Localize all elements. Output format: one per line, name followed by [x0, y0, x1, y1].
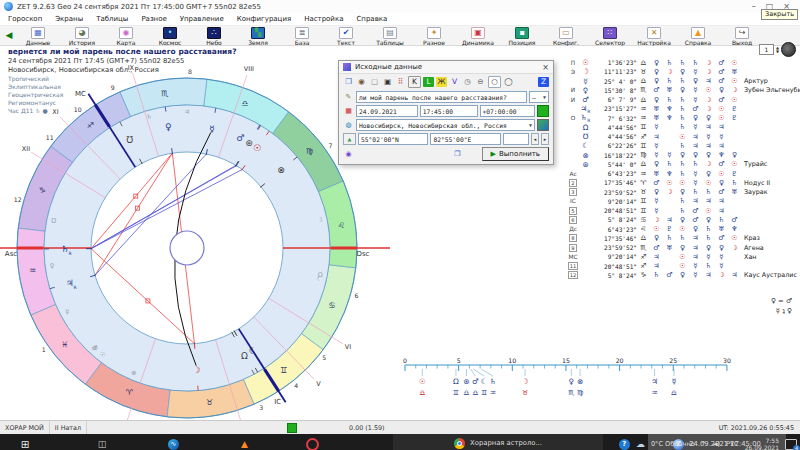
vlc-taskbar-icon[interactable]: ▲: [241, 434, 248, 450]
status-indicator: [287, 423, 297, 433]
toolbar-Данные[interactable]: ▦Данные: [16, 27, 60, 46]
next-button[interactable]: ▸: [541, 133, 549, 145]
menu-Конфигурация[interactable]: Конфигурация: [237, 15, 291, 23]
toolbar-Небо[interactable]: ∴Небо: [192, 27, 236, 46]
toolbar-Космос[interactable]: •Космос: [148, 27, 192, 46]
menu-Таблицы[interactable]: Таблицы: [96, 15, 128, 23]
edge-taskbar-icon[interactable]: ∿: [168, 434, 179, 450]
options-icon[interactable]: ◉: [343, 149, 354, 159]
menu-Гороскоп[interactable]: Гороскоп: [8, 15, 42, 23]
altitude-input[interactable]: [503, 133, 529, 145]
toolbar-База[interactable]: ≣База: [280, 27, 324, 46]
chart-tab-horar[interactable]: ХОРАР МОЙ: [0, 421, 50, 434]
title-bar: ZET 9.2.63 Geo 24 сентября 2021 Пт 17:45…: [0, 0, 800, 13]
chart-datetime: 24 сентября 2021 Пт 17:45 (GMT+7) 55n02 …: [8, 57, 237, 65]
place-combo[interactable]: Новосибирск, Новосибирская обл., Россия▼: [356, 119, 535, 131]
dialog-close-button[interactable]: ×: [542, 63, 549, 72]
longitude-input[interactable]: 82°55'00"E: [430, 133, 500, 145]
dialog-tool-12[interactable]: ◯: [503, 77, 514, 87]
knob-icon[interactable]: [781, 42, 796, 57]
weather-text[interactable]: 0°C Облачно: [651, 440, 695, 448]
toolbar-Динамика[interactable]: ▣Динамика: [456, 27, 500, 46]
toolbar-История[interactable]: ◕История: [60, 27, 104, 46]
minimize-button[interactable]: –: [752, 2, 756, 11]
help-tray-icon[interactable]: ?: [619, 439, 630, 450]
menu-Управление[interactable]: Управление: [180, 15, 224, 23]
edit-question-icon[interactable]: ✎: [343, 92, 354, 102]
not ification-icon[interactable]: 4: [785, 439, 797, 450]
latitude-input[interactable]: 55°02'00"N: [358, 133, 428, 145]
table-row: ♃R23°15'27"♒♅♆♄♂☽☉♇: [566, 104, 800, 113]
menu-Разное[interactable]: Разное: [141, 15, 166, 23]
weather-cloud-icon[interactable]: ☁: [636, 439, 645, 449]
chart-tab-natal[interactable]: II Натал: [50, 421, 87, 434]
Справка-icon: ▲: [691, 27, 705, 39]
dialog-tool-1[interactable]: ◉: [356, 77, 367, 87]
language-indicator[interactable]: РУС: [726, 440, 739, 448]
copy-icon[interactable]: ❐: [452, 149, 463, 159]
menu-Справка[interactable]: Справка: [356, 15, 387, 23]
toolbar-Таблицы[interactable]: ▤Таблицы: [368, 27, 412, 46]
toolbar-Селектор[interactable]: ∷Селектор: [588, 27, 632, 46]
table-row: ℧4°44'56"♐♃☉♃☿☿: [566, 132, 800, 141]
question-input[interactable]: ли мой парень после нашего расставания?: [356, 91, 527, 103]
svg-text:♃: ♃: [651, 377, 658, 386]
toolbar-Настройка[interactable]: ✕Настройка: [632, 27, 676, 46]
execute-button[interactable]: ▶ Выполнить: [482, 147, 549, 161]
spinner-arrows[interactable]: ▲▼: [776, 46, 779, 54]
calendar-icon[interactable]: ▦: [343, 106, 354, 116]
dialog-tool-2[interactable]: ▢: [369, 77, 380, 87]
toolbar-Земля[interactable]: ▚Земля: [236, 27, 280, 46]
dialog-tool-13[interactable]: Z: [538, 77, 549, 87]
globe-icon[interactable]: ◍: [343, 120, 354, 130]
svg-text:♀: ♀: [165, 122, 172, 132]
menu-Экраны[interactable]: Экраны: [55, 15, 83, 23]
atlas-button[interactable]: [537, 119, 549, 131]
coords-icon[interactable]: ▲: [343, 133, 356, 145]
menu-Настройка[interactable]: Настройка: [304, 15, 343, 23]
dialog-tool-6[interactable]: L: [423, 77, 434, 87]
svg-text:☽: ☽: [522, 377, 529, 386]
table-row: 1120°48'51"♐♃☉☿♄☿: [566, 262, 800, 271]
fixed-star-name: Агена: [744, 244, 764, 252]
fixed-star-name: Нодус II: [744, 179, 770, 187]
toolbar-Конфиг.[interactable]: ▭Конфиг.: [544, 27, 588, 46]
dialog-tool-7[interactable]: Ж: [436, 77, 447, 87]
dialog-tool-0[interactable]: ❐: [343, 77, 354, 87]
opera-taskbar-icon[interactable]: [306, 434, 319, 450]
clock[interactable]: 7:55 26.09.2021: [745, 437, 779, 450]
dialog-tool-5[interactable]: K: [408, 76, 421, 88]
date-input[interactable]: 24.09.2021: [356, 105, 418, 117]
toolbar-Справка[interactable]: ▲Справка: [676, 27, 720, 46]
dialog-tool-11[interactable]: ○: [488, 76, 501, 88]
toolbar-Позиция[interactable]: ▪Позиция: [500, 27, 544, 46]
dialog-tool-9[interactable]: ◷: [462, 77, 473, 87]
dialog-tool-10[interactable]: ⊖: [475, 77, 486, 87]
toolbar-Разное[interactable]: ✦Разное: [412, 27, 456, 46]
planetary-hour: Час Д11 ♄ ●: [8, 107, 237, 114]
dst-indicator[interactable]: [537, 105, 549, 117]
start-button[interactable]: ⊞: [14, 434, 36, 450]
toolbar-Текст[interactable]: ✔Текст: [324, 27, 368, 46]
chrome-task[interactable]: Хорарная астроло...: [393, 434, 603, 450]
svg-text:♎: ♎: [463, 389, 469, 397]
back-arrow-icon[interactable]: ◀: [2, 27, 16, 43]
svg-text:1: 1: [42, 346, 46, 353]
volume-icon[interactable]: ◄): [712, 440, 720, 448]
dialog-tool-4[interactable]: ⠿: [395, 77, 406, 87]
spinner-value[interactable]: 1: [759, 44, 774, 55]
dialog-tool-8[interactable]: V: [449, 77, 460, 87]
timezone-input[interactable]: +07:00:00: [480, 105, 536, 117]
question-type-combo[interactable]: –▼: [529, 91, 549, 103]
tray-expand-caret[interactable]: ^: [701, 440, 707, 448]
svg-text:♍: ♍: [306, 147, 313, 156]
prev-button[interactable]: ◂: [531, 133, 539, 145]
time-input[interactable]: 17:45:00: [420, 105, 478, 117]
task-view-button[interactable]: ◫: [92, 434, 112, 450]
declination-aspect: ☿ ʇ ♀: [700, 306, 792, 316]
toolbar-Выход[interactable]: ↪Выход: [720, 27, 764, 46]
dialog-tool-3[interactable]: ▣: [382, 77, 393, 87]
toolbar-Карта[interactable]: ◉Карта: [104, 27, 148, 46]
chart-number-spinner[interactable]: 1 ▲▼: [759, 42, 796, 57]
svg-text:25: 25: [669, 357, 677, 364]
